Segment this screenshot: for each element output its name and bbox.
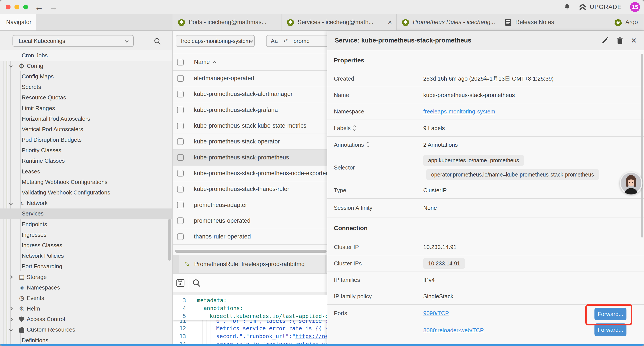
- sidebar-item[interactable]: Pod Disruption Budgets: [0, 135, 172, 145]
- table-row[interactable]: kube-prometheus-stack-prometheus-node-ex…: [173, 166, 327, 181]
- tree-chevron-icon[interactable]: [9, 201, 13, 205]
- table-row[interactable]: kube-prometheus-stack-thanos-ruler: [173, 181, 327, 197]
- port-link-8080[interactable]: 8080:reloader-web/TCP: [423, 327, 484, 334]
- row-checkbox[interactable]: [177, 233, 184, 240]
- sidebar-item[interactable]: Storage: [0, 272, 172, 282]
- row-checkbox[interactable]: [177, 202, 184, 208]
- regex-toggle[interactable]: ▪*: [284, 38, 288, 44]
- kubeconfig-select[interactable]: Local Kubeconfigs: [12, 35, 134, 47]
- editor-tab-prometheusrule[interactable]: ✎ PrometheusRule: freeleaps-prod-rabbitm…: [179, 255, 325, 273]
- app-tab[interactable]: Release Notes: [499, 14, 609, 30]
- expand-labels-icon[interactable]: [354, 126, 356, 130]
- sidebar-item[interactable]: Custom Resources: [0, 325, 172, 335]
- back-button[interactable]: ←: [35, 2, 44, 12]
- row-checkbox[interactable]: [177, 138, 184, 145]
- close-window-button[interactable]: [6, 4, 10, 9]
- sidebar-item[interactable]: Namespaces: [0, 282, 172, 293]
- sidebar-item[interactable]: Ingress Classes: [0, 240, 172, 251]
- code-link[interactable]: https://net: [296, 333, 327, 340]
- notifications-bell-icon[interactable]: [564, 3, 570, 10]
- row-checkbox[interactable]: [177, 123, 184, 129]
- expand-annotations-icon[interactable]: [367, 142, 369, 147]
- tree-chevron-icon[interactable]: [9, 64, 13, 68]
- row-checkbox[interactable]: [177, 154, 184, 161]
- table-row[interactable]: prometheus-adapter: [173, 197, 327, 213]
- sidebar-item[interactable]: Cron Jobs: [0, 50, 172, 61]
- table-row[interactable]: kube-prometheus-stack-prometheus: [173, 150, 327, 165]
- sidebar-item[interactable]: Limit Ranges: [0, 103, 172, 113]
- tree-chevron-icon[interactable]: [9, 307, 13, 311]
- sidebar-item[interactable]: Vertical Pod Autoscalers: [0, 124, 172, 134]
- forward-button[interactable]: →: [49, 2, 58, 12]
- table-row[interactable]: kube-prometheus-stack-alertmanager: [173, 86, 327, 102]
- sidebar-item[interactable]: Leases: [0, 166, 172, 177]
- sidebar-item[interactable]: Events: [0, 293, 172, 303]
- editor-search-icon[interactable]: [192, 278, 201, 288]
- port-link-9090[interactable]: 9090/TCP: [423, 310, 449, 317]
- labels-count[interactable]: 9 Labels: [423, 125, 445, 132]
- tree-chevron-icon[interactable]: [9, 317, 13, 321]
- table-row[interactable]: prometheus-operated: [173, 213, 327, 229]
- select-all-checkbox[interactable]: [177, 59, 184, 65]
- sidebar-item[interactable]: Resource Quotas: [0, 92, 172, 103]
- edit-resource-icon[interactable]: [601, 37, 609, 44]
- sidebar-item[interactable]: Mutating Webhook Configurations: [0, 177, 172, 187]
- sidebar-item[interactable]: Config: [0, 61, 172, 71]
- row-checkbox[interactable]: [177, 217, 184, 224]
- notification-count-badge[interactable]: 15: [630, 2, 640, 12]
- table-row[interactable]: kube-prometheus-stack-grafana: [173, 102, 327, 118]
- row-checkbox[interactable]: [177, 91, 184, 97]
- tree-chevron-icon[interactable]: [9, 275, 13, 279]
- delete-resource-icon[interactable]: [616, 37, 624, 44]
- sidebar-item[interactable]: Priority Classes: [0, 145, 172, 156]
- namespace-select[interactable]: freeleaps-monitoring-system: [176, 35, 255, 47]
- close-tab-icon[interactable]: ×: [385, 18, 392, 26]
- app-tab[interactable]: Services - icecheng@math... ×: [282, 14, 396, 30]
- sidebar-item[interactable]: Access Control: [0, 314, 172, 325]
- sort-ascending-icon[interactable]: [213, 61, 216, 65]
- yaml-editor[interactable]: 3 metadata: 4 annotations: 5: [173, 295, 327, 344]
- resource-search-input[interactable]: Aa ▪* prome: [266, 35, 327, 47]
- sidebar-item[interactable]: Endpoints: [0, 219, 172, 230]
- avatar[interactable]: [620, 172, 642, 194]
- row-checkbox[interactable]: [177, 107, 184, 113]
- horizontal-scrollbar-thumb[interactable]: [175, 250, 327, 253]
- horizontal-scrollbar[interactable]: [173, 250, 327, 253]
- sidebar-item[interactable]: Ingresses: [0, 230, 172, 240]
- zoom-window-button[interactable]: [23, 4, 28, 9]
- sidebar-item[interactable]: Horizontal Pod Autoscalers: [0, 113, 172, 124]
- details-scrollbar[interactable]: [641, 54, 643, 238]
- sidebar-item[interactable]: Runtime Classes: [0, 156, 172, 166]
- sidebar-scrollbar[interactable]: [168, 219, 171, 261]
- row-checkbox[interactable]: [177, 186, 184, 193]
- sidebar-item[interactable]: Config Maps: [0, 71, 172, 82]
- sidebar-item[interactable]: Helm: [0, 304, 172, 314]
- row-checkbox[interactable]: [177, 170, 184, 177]
- sidebar-item[interactable]: Definitions: [0, 335, 172, 344]
- sidebar-item[interactable]: Validating Webhook Configurations: [0, 187, 172, 198]
- sidebar-item[interactable]: Services: [0, 209, 172, 219]
- sidebar-item[interactable]: Port Forwarding: [0, 261, 172, 272]
- table-row[interactable]: kube-prometheus-stack-operator: [173, 134, 327, 150]
- tab-navigator[interactable]: Navigator: [0, 14, 36, 30]
- upgrade-button[interactable]: UPGRADE: [579, 3, 622, 10]
- app-tab[interactable]: Pods - icecheng@mathmas...: [172, 14, 282, 30]
- save-icon[interactable]: [176, 278, 185, 288]
- table-row[interactable]: kube-prometheus-stack-kube-state-metrics: [173, 118, 327, 134]
- search-icon[interactable]: [154, 37, 161, 45]
- row-checkbox[interactable]: [177, 75, 184, 82]
- namespace-link[interactable]: freeleaps-monitoring-system: [423, 108, 495, 115]
- tree-chevron-icon[interactable]: [9, 328, 13, 332]
- sidebar-item[interactable]: Network Policies: [0, 251, 172, 261]
- app-tab[interactable]: Argo Se: [609, 14, 644, 30]
- minimize-window-button[interactable]: [14, 4, 19, 9]
- close-panel-icon[interactable]: ×: [631, 36, 636, 45]
- table-row[interactable]: thanos-ruler-operated: [173, 229, 327, 245]
- annotations-count[interactable]: 2 Annotations: [423, 141, 458, 148]
- sidebar-item[interactable]: Network: [0, 198, 172, 209]
- sidebar-item[interactable]: Secrets: [0, 82, 172, 92]
- app-tab[interactable]: Prometheus Rules - icecheng...: [396, 14, 499, 30]
- name-column-header[interactable]: Name: [194, 59, 210, 65]
- table-row[interactable]: alertmanager-operated: [173, 70, 327, 86]
- match-case-toggle[interactable]: Aa: [271, 38, 278, 44]
